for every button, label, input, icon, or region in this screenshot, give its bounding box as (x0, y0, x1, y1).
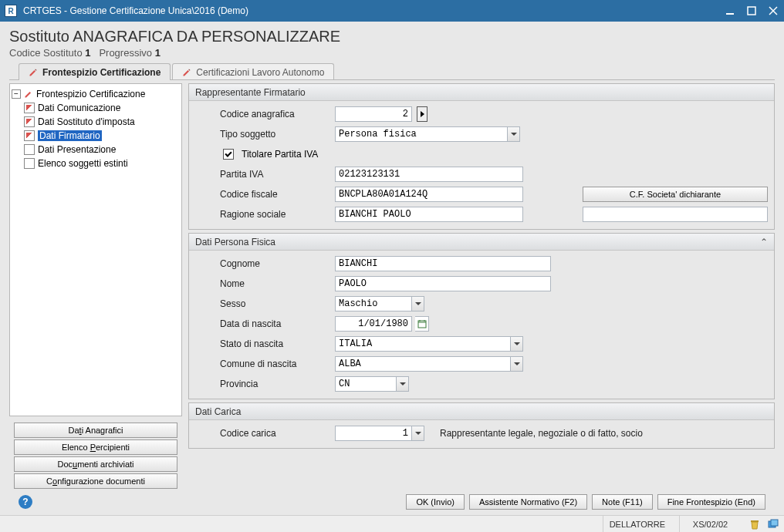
codice-sostituto-label: Codice Sostituto (9, 47, 83, 59)
windows-icon[interactable] (767, 518, 779, 530)
sub-header: Codice Sostituto 1 Progressivo 1 (9, 47, 775, 59)
maximize-button[interactable] (745, 5, 758, 17)
pencil-icon (29, 68, 38, 77)
group-rappresentante: Rappresentante Firmatario Codice anagraf… (188, 83, 775, 230)
group-header-carica: Dati Carica (189, 403, 774, 420)
tab-label: Frontespizio Certificazione (42, 67, 161, 78)
codice-anagrafica-input[interactable] (335, 106, 412, 122)
partita-iva-label: Partita IVA (220, 169, 332, 180)
codice-carica-combo[interactable]: 1 (335, 426, 424, 441)
tree-item-dati-comunicazione[interactable]: Dati Comunicazione (22, 101, 180, 115)
svg-rect-10 (771, 520, 778, 526)
stato-nascita-combo[interactable]: ITALIA (335, 336, 523, 352)
ragione-sociale-extra-input[interactable] (583, 207, 768, 222)
tree-root[interactable]: − Frontespizio Certificazione (12, 87, 180, 101)
pencil-icon (24, 116, 35, 127)
tab-label: Certificazioni Lavoro Autonomo (196, 67, 324, 78)
tree-item-label: Dati Presentazione (38, 144, 116, 155)
cognome-input[interactable] (335, 256, 551, 271)
cf-societa-button[interactable]: C.F. Societa' dichiarante (583, 187, 768, 202)
partita-iva-input[interactable] (335, 167, 523, 182)
pencil-icon (24, 103, 35, 113)
tree-item-dati-firmatario[interactable]: Dati Firmatario (22, 129, 180, 143)
chevron-down-icon[interactable] (397, 376, 409, 392)
tree-item-dati-sostituto[interactable]: Dati Sostituto d'imposta (22, 115, 180, 129)
note-button[interactable]: Note (F11) (592, 494, 653, 510)
chevron-down-icon[interactable] (412, 296, 424, 311)
help-button[interactable]: ? (19, 495, 32, 509)
tree-item-elenco-soggetti[interactable]: Elenco soggetti estinti (22, 157, 180, 170)
data-nascita-label: Data di nascita (220, 318, 332, 329)
codice-fiscale-label: Codice fiscale (220, 189, 332, 200)
titolare-piva-checkbox[interactable] (223, 149, 234, 160)
sesso-combo[interactable]: Maschio (335, 296, 424, 311)
fine-frontespizio-button[interactable]: Fine Frontespizio (End) (657, 494, 765, 510)
chevron-down-icon[interactable] (508, 126, 520, 142)
chevron-down-icon[interactable] (511, 336, 523, 352)
ragione-sociale-input[interactable] (335, 207, 523, 222)
chevron-down-icon[interactable] (412, 426, 424, 441)
window-title: CRTGES - Gestione Certificazione Unica\2… (23, 5, 724, 16)
nome-label: Nome (220, 278, 332, 289)
tab-certificazioni[interactable]: Certificazioni Lavoro Autonomo (172, 63, 334, 80)
assistente-normativo-button[interactable]: Assistente Normativo (F2) (469, 494, 587, 510)
codice-anagrafica-label: Codice anagrafica (220, 109, 332, 120)
progressivo-label: Progressivo (99, 47, 152, 59)
stato-nascita-label: Stato di nascita (220, 338, 332, 349)
tab-strip: Frontespizio Certificazione Certificazio… (19, 62, 775, 80)
status-user: DELLATORRE (603, 516, 671, 532)
svg-rect-8 (751, 520, 759, 522)
tipo-soggetto-combo[interactable]: Persona fisica (335, 126, 520, 142)
calendar-icon[interactable] (415, 316, 429, 332)
chevron-up-icon: ⌃ (760, 237, 768, 247)
title-bar: R CRTGES - Gestione Certificazione Unica… (0, 0, 784, 22)
collapse-icon[interactable]: − (12, 89, 21, 99)
page-icon (24, 144, 35, 155)
minimize-button[interactable] (724, 5, 736, 17)
titolare-piva-label: Titolare Partita IVA (242, 149, 318, 160)
ragione-sociale-label: Ragione sociale (220, 209, 332, 220)
ok-button[interactable]: OK (Invio) (406, 494, 465, 510)
app-icon: R (5, 5, 17, 17)
elenco-percipienti-button[interactable]: Elenco Percipienti (14, 439, 177, 455)
provincia-label: Provincia (220, 379, 332, 389)
group-header-persona[interactable]: Dati Persona Fisica ⌃ (189, 234, 774, 251)
status-code: XS/02/02 (679, 516, 741, 532)
tab-frontespizio[interactable]: Frontespizio Certificazione (19, 63, 171, 80)
codice-fiscale-input[interactable] (335, 187, 523, 202)
group-header-rappresentante: Rappresentante Firmatario (189, 84, 774, 101)
trash-icon[interactable] (749, 518, 761, 530)
tree-root-label: Frontespizio Certificazione (36, 89, 145, 99)
dati-anagrafici-button[interactable]: Dati Anagrafici (14, 423, 177, 438)
documenti-archiviati-button[interactable]: Documenti archiviati (14, 456, 177, 472)
svg-rect-4 (418, 321, 426, 328)
group-persona-fisica: Dati Persona Fisica ⌃ Cognome Nome (188, 233, 775, 399)
progressivo-value: 1 (155, 47, 161, 59)
nav-tree[interactable]: − Frontespizio Certificazione Dati Comun… (9, 83, 182, 416)
tree-item-label: Dati Sostituto d'imposta (38, 116, 135, 127)
sesso-label: Sesso (220, 298, 332, 309)
data-nascita-input[interactable] (335, 316, 412, 332)
comune-nascita-combo[interactable]: ALBA (335, 356, 523, 372)
cognome-label: Cognome (220, 258, 332, 269)
codice-sostituto-value: 1 (85, 47, 90, 59)
codice-carica-label: Codice carica (220, 428, 332, 439)
tree-item-label: Dati Comunicazione (38, 103, 120, 113)
pencil-icon (24, 89, 33, 99)
comune-nascita-label: Comune di nascita (220, 359, 332, 369)
page-title: Sostituto ANAGRAFICA DA PERSONALIZZARE (9, 28, 775, 45)
nome-input[interactable] (335, 276, 551, 291)
codice-carica-description: Rappresentante legale, negoziale o di fa… (440, 428, 643, 439)
tree-item-label: Dati Firmatario (38, 130, 102, 141)
chevron-down-icon[interactable] (511, 356, 523, 372)
group-dati-carica: Dati Carica Codice carica 1 Rappresentan… (188, 402, 775, 449)
page-icon (24, 158, 35, 169)
tree-item-label: Elenco soggetti estinti (38, 158, 128, 169)
svg-rect-1 (748, 7, 755, 15)
lookup-button[interactable] (417, 106, 427, 122)
provincia-combo[interactable]: CN (335, 376, 409, 392)
close-button[interactable] (767, 5, 779, 17)
configurazione-documenti-button[interactable]: Configurazione documenti (14, 473, 177, 489)
tree-item-dati-presentazione[interactable]: Dati Presentazione (22, 143, 180, 157)
status-bar: DELLATORRE XS/02/02 (0, 515, 784, 532)
